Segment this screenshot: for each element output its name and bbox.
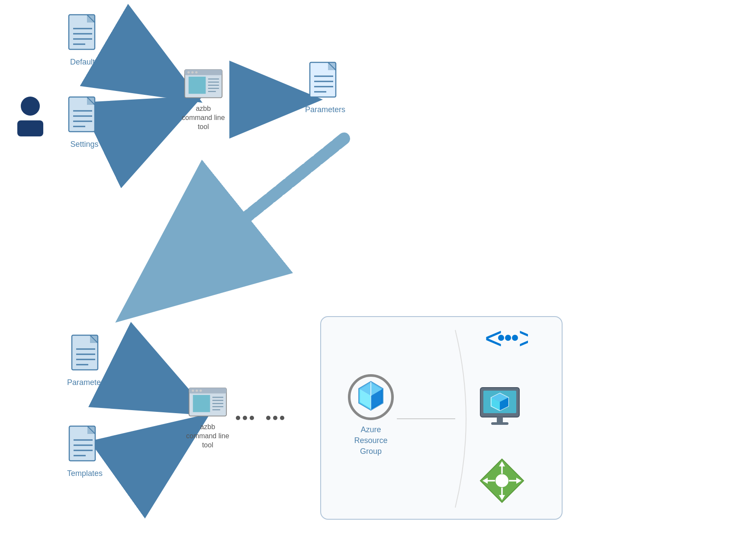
svg-point-27 [195, 71, 197, 73]
parameters-bottom-doc-icon: Parameters [67, 333, 107, 387]
svg-rect-88 [491, 422, 508, 425]
dots-connector [236, 416, 284, 420]
svg-point-26 [191, 71, 193, 73]
svg-point-90 [495, 474, 509, 488]
svg-point-77 [498, 335, 504, 341]
settings-label: Settings [70, 140, 98, 149]
person-icon [13, 95, 48, 136]
defaults-doc-icon: Defaults [67, 13, 102, 67]
svg-rect-61 [193, 395, 210, 412]
azure-apim-icon: < > [485, 320, 528, 357]
svg-point-5 [21, 97, 40, 116]
svg-point-60 [199, 389, 202, 391]
svg-point-25 [187, 71, 190, 73]
svg-point-78 [505, 335, 511, 341]
cli-top-icon: azbbcommand linetool [182, 67, 225, 131]
defaults-label: Defaults [70, 58, 99, 67]
svg-rect-87 [497, 417, 503, 422]
settings-doc-icon: Settings [67, 95, 102, 149]
svg-text:>: > [518, 321, 528, 355]
cli-bottom-label: azbbcommand linetool [186, 423, 229, 450]
templates-doc-icon: Templates [67, 424, 103, 478]
svg-point-79 [512, 335, 518, 341]
svg-rect-57 [190, 388, 225, 392]
parameters-top-doc-icon: Parameters [305, 61, 345, 114]
diagram-container: Defaults Settings [0, 0, 756, 550]
vm-icon [478, 385, 530, 430]
svg-point-59 [196, 389, 198, 391]
cli-top-label: azbbcommand linetool [182, 104, 225, 131]
svg-rect-28 [189, 77, 206, 94]
svg-rect-7 [17, 120, 43, 136]
svg-point-58 [192, 389, 194, 391]
svg-rect-24 [185, 70, 221, 74]
parameters-top-label: Parameters [305, 105, 345, 114]
templates-label: Templates [67, 469, 103, 478]
parameters-bottom-label: Parameters [67, 378, 107, 387]
cli-bottom-icon: azbbcommand linetool [186, 385, 229, 450]
traffic-manager-icon [478, 457, 526, 506]
